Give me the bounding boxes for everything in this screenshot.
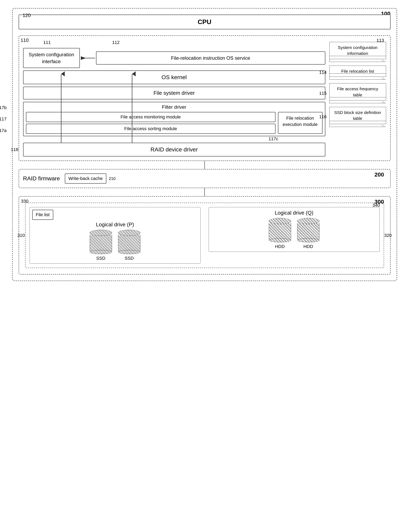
drive-disks-q: HDD HDD [211, 218, 377, 249]
sys-config-info-wrap: System configuration information [329, 42, 386, 62]
filter-driver-text: Filter driver [162, 104, 186, 110]
disk-body-ssd2 [118, 235, 140, 251]
box-200-inner: RAID firmware Write-back cache 210 [23, 173, 386, 184]
file-reloc-instr-box: File-relocation instruction OS service [96, 51, 325, 65]
label-115: 115 [319, 91, 327, 96]
disk-top-hdd2 [297, 218, 319, 224]
disk-top-ssd1 [90, 230, 112, 236]
label-117: 117 [0, 117, 7, 122]
note-fold-3 [329, 100, 386, 103]
disk-ssd2: SSD [116, 230, 142, 261]
note-fold-right-3 [382, 100, 386, 103]
note-fold-left-4 [329, 124, 382, 127]
logical-drive-q: Logical drive (Q) HDD [209, 207, 380, 264]
disk-label-hdd2: HDD [303, 244, 313, 249]
connector-line [204, 161, 205, 169]
ssd-block-size-card: SSD block size definition table [329, 107, 386, 124]
logical-drive-q-label: Logical drive (Q) [211, 210, 377, 216]
disk-body-hdd1 [269, 223, 291, 239]
arrow-svg [80, 55, 96, 61]
file-access-freq-wrap: 115 File access frequency table [329, 83, 386, 103]
disk-body-ssd1 [90, 235, 112, 251]
raid-firmware-text: RAID firmware [23, 175, 60, 182]
label-320: 320 [384, 233, 392, 238]
filter-driver-label: Filter driver [26, 104, 323, 110]
connector-line-2 [204, 188, 205, 196]
connector-110-200 [19, 161, 390, 169]
file-reloc-list-card: File relocation list [329, 66, 386, 77]
sub-label-111: 111 [43, 40, 51, 45]
right-column: 113 System configuration information [329, 40, 386, 156]
logical-drive-q-wrapper: Logical drive (Q) HDD [209, 207, 380, 252]
note-fold-right-2 [382, 77, 386, 80]
sys-config-label: System configuration interface [28, 52, 74, 64]
file-access-freq-card: File access frequency table [329, 83, 386, 100]
label-340: 340 [372, 203, 380, 208]
file-access-sorting-label: File access sorting module [124, 126, 177, 131]
sys-config-box: System configuration interface [23, 48, 80, 68]
file-access-monitoring-label: File access monitoring module [121, 114, 181, 119]
file-reloc-exec-label: File relocation execution module [283, 116, 317, 127]
cpu-label: CPU [198, 18, 212, 26]
os-kernel-box: OS kernel [23, 71, 325, 84]
ssd-block-size-text: SSD block size definition table [334, 110, 381, 121]
raid-driver-box: RAID device driver [23, 143, 325, 156]
label-117c: 117c [269, 136, 278, 142]
file-list-box: File list [32, 210, 53, 220]
disk-label-hdd1: HDD [275, 244, 285, 249]
drives-inner: File list Logical drive (P) SSD [25, 203, 384, 268]
fs-driver-label: File system driver [154, 90, 195, 96]
raid-driver-label: RAID device driver [150, 146, 198, 153]
disk-bottom-ssd1 [90, 250, 112, 254]
arrow-sys-to-reloc [80, 55, 96, 61]
note-fold-left-2 [329, 77, 382, 80]
fs-driver-box: File system driver [23, 87, 325, 99]
box-200: 200 RAID firmware Write-back cache 210 [19, 169, 390, 188]
file-access-freq-text: File access frequency table [337, 86, 378, 97]
label-210: 210 [109, 176, 115, 181]
label-120: 120 [23, 13, 31, 18]
label-117a: 117a [0, 128, 7, 133]
disk-hdd1: HDD [267, 218, 293, 249]
file-reloc-instr-label: File-relocation instruction OS service [171, 55, 250, 61]
label-114: 114 [319, 70, 327, 75]
note-fold [329, 59, 386, 62]
disk-bottom-hdd1 [269, 238, 291, 242]
file-reloc-exec-box: File relocation execution module [278, 112, 323, 134]
left-column: 111 112 System configuration interface [23, 40, 325, 156]
note-fold-right [382, 59, 386, 62]
connector-200-300 [19, 188, 390, 196]
box-300: 300 File list Logical drive (P) [19, 196, 390, 274]
writeback-wrap: Write-back cache 210 [65, 173, 116, 184]
filter-outer-box: Filter driver File access monitoring mod… [23, 102, 325, 136]
file-list-label: File list [36, 212, 50, 217]
writeback-cache-label: Write-back cache [68, 176, 103, 181]
disk-ssd1: SSD [88, 230, 114, 261]
filter-inner-row: File access monitoring module File acces… [26, 112, 323, 134]
ssd-block-size-wrap: 116 SSD block size definition table [329, 107, 386, 127]
sub-label-112: 112 [112, 40, 120, 45]
label-200: 200 [375, 171, 384, 178]
side-labels: 117b 117 117a [0, 102, 7, 136]
disk-bottom-hdd2 [297, 238, 319, 242]
raid-driver-wrap: 118 RAID device driver [23, 143, 325, 156]
disk-bottom-ssd2 [118, 250, 140, 254]
writeback-cache-box: Write-back cache [65, 173, 107, 184]
label-330: 330 [21, 198, 28, 204]
filter-left: File access monitoring module File acces… [26, 112, 276, 134]
note-fold-right-4 [382, 124, 386, 127]
disk-top-hdd1 [269, 218, 291, 224]
file-reloc-list-text: File relocation list [341, 69, 374, 73]
note-fold-4 [329, 124, 386, 127]
logical-drive-q-text: Logical drive (Q) [275, 210, 313, 216]
disk-top-ssd2 [118, 230, 140, 236]
disk-label-ssd2: SSD [125, 256, 134, 261]
file-access-monitoring-box: File access monitoring module [26, 112, 276, 122]
note-fold-left-3 [329, 100, 382, 103]
logical-drive-p: File list Logical drive (P) SSD [29, 207, 201, 264]
file-reloc-list-wrap: 114 File relocation list [329, 66, 386, 80]
file-access-sorting-box: File access sorting module [26, 124, 276, 134]
disk-label-ssd1: SSD [96, 256, 105, 261]
os-kernel-label: OS kernel [161, 74, 187, 80]
disk-body-hdd2 [297, 223, 319, 239]
